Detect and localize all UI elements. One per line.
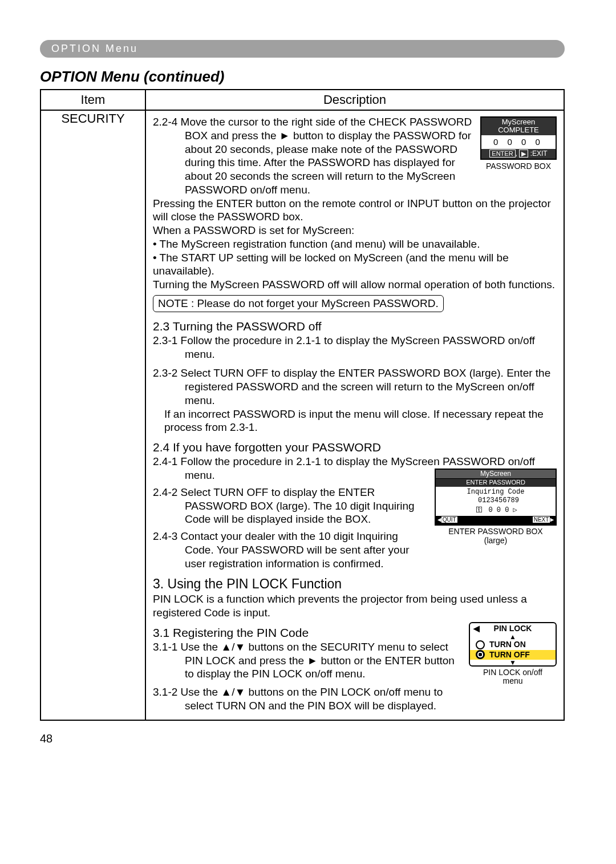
pwsmall-digits: 0 0 0 0: [481, 135, 556, 150]
pinmenu-caption1: PIN LOCK on/off: [469, 668, 557, 677]
pwlarge-inq-code: 0123456789: [445, 496, 552, 505]
pwlarge-hdr1: MyScreen: [436, 470, 556, 478]
pwlarge-hdr2: ENTER PASSWORD: [436, 478, 556, 487]
pinmenu-caption2: menu: [469, 677, 557, 685]
heading-2-4: 2.4 If you have forgotten your PASSWORD: [153, 440, 557, 455]
left-arrow-icon: ◀: [473, 624, 480, 634]
para-2-3-2: 2.3-2 Select TURN OFF to display the ENT…: [153, 366, 557, 407]
pinmenu-title: PIN LOCK: [494, 624, 532, 633]
option-table: Item Description SECURITY MyScreen COMPL…: [40, 89, 565, 721]
play-key-icon: ▶: [519, 150, 528, 158]
bullet-1: • The MyScreen registration function (an…: [153, 237, 557, 251]
down-arrow-icon: ▼: [470, 660, 556, 665]
item-security-label: SECURITY: [40, 110, 145, 720]
pwsmall-exit: :EXIT: [530, 150, 548, 158]
password-box-small-figure: MyScreen COMPLETE 0 0 0 0 ENTER, ▶ :EXIT…: [480, 116, 557, 172]
para-2-3-2b: If an incorrect PASSWORD is input the me…: [153, 407, 557, 435]
para-2-3-1: 2.3-1 Follow the procedure in 2.1-1 to d…: [153, 334, 557, 361]
pinmenu-turn-on: TURN ON: [489, 640, 526, 650]
radio-empty-icon: [476, 640, 485, 649]
heading-3: 3. Using the PIN LOCK Function: [153, 576, 557, 592]
note-box: NOTE : Please do not forget your MyScree…: [153, 295, 444, 312]
description-cell: MyScreen COMPLETE 0 0 0 0 ENTER, ▶ :EXIT…: [145, 110, 564, 720]
para-3-1-2: 3.1-2 Use the ▲/▼ buttons on the PIN LOC…: [153, 685, 557, 713]
bullet-2: • The START UP setting will be locked on…: [153, 251, 557, 278]
page-number: 48: [40, 732, 576, 745]
pwlarge-next: NEXT: [533, 516, 550, 523]
heading-2-3: 2.3 Turning the PASSWORD off: [153, 319, 557, 334]
pin-lock-menu-figure: ◀ PIN LOCK ▲ TURN ON TURN OFF ▼: [469, 622, 557, 686]
up-arrow-icon: ▲: [470, 634, 556, 640]
pwlarge-digits: 0 0 0: [488, 506, 509, 514]
enter-key-icon: ENTER: [489, 150, 515, 158]
pwlarge-caption1: ENTER PASSWORD BOX: [435, 527, 557, 536]
pwsmall-line1: MyScreen: [481, 118, 556, 126]
col-header-item: Item: [40, 90, 145, 110]
pwlarge-quit: QUIT: [441, 516, 457, 523]
enter-password-box-large-figure: MyScreen ENTER PASSWORD Inquiring Code 0…: [435, 469, 557, 545]
para-when-set: When a PASSWORD is set for MyScreen:: [153, 224, 557, 237]
pwsmall-caption: PASSWORD BOX: [480, 162, 557, 172]
radio-selected-icon: [476, 650, 485, 659]
pwlarge-inq-label: Inquiring Code: [439, 488, 552, 496]
para-turning-off: Turning the MyScreen PASSWORD off will a…: [153, 278, 557, 292]
key-icon: ⚿: [474, 506, 484, 515]
pwlarge-caption2: (large): [435, 536, 557, 545]
col-header-description: Description: [145, 90, 564, 110]
pwsmall-line2: COMPLETE: [481, 126, 556, 134]
para-pressing-enter: Pressing the ENTER button on the remote …: [153, 197, 557, 224]
page-title: OPTION Menu (continued): [40, 68, 576, 86]
section-header-pill: OPTION Menu: [40, 40, 565, 58]
para-3: PIN LOCK is a function which prevents th…: [153, 592, 557, 620]
